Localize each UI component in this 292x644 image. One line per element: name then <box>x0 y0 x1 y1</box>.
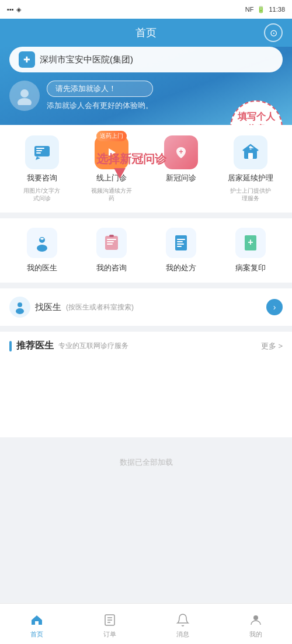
svg-point-28 <box>18 302 22 307</box>
medical-record-icon-wrap: + <box>235 228 266 258</box>
svg-point-1 <box>18 98 32 105</box>
my-consult-name: 我的咨询 <box>96 263 127 273</box>
time-display: 11:38 <box>269 6 285 13</box>
service-item-home-care[interactable]: + 居家延续护理 护士上门提供护理服务 <box>218 135 283 202</box>
service-item-consult[interactable]: 我要咨询 用图片/文字方式问诊 <box>9 135 74 202</box>
svg-point-0 <box>20 89 29 98</box>
search-doctor-arrow[interactable]: › <box>266 299 283 315</box>
svg-rect-22 <box>177 239 185 240</box>
quick-medical-record[interactable]: + 病案复印 <box>218 228 283 273</box>
quick-my-doctor[interactable]: 我的医生 <box>9 228 74 273</box>
my-doctor-name: 我的医生 <box>27 263 57 273</box>
recommend-content <box>9 359 283 429</box>
svg-point-29 <box>16 308 24 314</box>
recommend-more[interactable]: 更多 > <box>261 341 283 351</box>
wifi-icon: ◈ <box>16 6 21 13</box>
svg-rect-17 <box>107 239 116 240</box>
svg-rect-20 <box>109 235 114 237</box>
svg-rect-24 <box>177 243 184 245</box>
svg-rect-19 <box>107 243 113 245</box>
my-doctor-icon-wrap <box>27 228 57 258</box>
recommend-subtitle: 专业的互联网诊疗服务 <box>58 341 128 351</box>
messages-nav-icon <box>175 612 190 628</box>
covid-icon: + <box>171 142 191 162</box>
covid-annotation: 选择新冠问诊 <box>96 151 166 179</box>
svg-rect-21 <box>175 235 187 250</box>
nav-home[interactable]: 首页 <box>0 609 73 639</box>
svg-text:+: + <box>249 147 252 152</box>
search-doctor-section[interactable]: 找医生 (按医生或者科室搜索) › <box>0 288 292 326</box>
consult-icon <box>32 142 52 162</box>
status-left: ▪▪▪ ◈ <box>7 6 21 13</box>
nav-messages[interactable]: 消息 <box>146 609 219 639</box>
orders-nav-icon <box>102 612 117 628</box>
svg-rect-9 <box>248 153 253 159</box>
svg-rect-2 <box>34 146 50 156</box>
signal-icon: ▪▪▪ <box>7 6 14 13</box>
header-section: ✚ 深圳市宝安中医院(集团) 请先添加就诊人！ 添加就诊人会有更好的体验哟。 填… <box>0 47 292 125</box>
hospital-bar[interactable]: ✚ 深圳市宝安中医院(集团) <box>9 47 283 72</box>
medical-record-name: 病案复印 <box>235 263 266 273</box>
home-care-icon-wrap: + <box>234 135 267 169</box>
find-doctor-icon <box>9 297 30 318</box>
home-nav-icon <box>29 612 44 628</box>
data-loaded-text: 数据已全部加载 <box>0 443 292 482</box>
recommend-title: 推荐医生 <box>16 340 54 352</box>
medical-record-icon: + <box>242 234 259 252</box>
scan-icon[interactable]: ⊙ <box>264 23 283 42</box>
hospital-name: 深圳市宝安中医院(集团) <box>40 54 133 65</box>
page-title: 首页 <box>135 26 157 40</box>
consult-icon-wrap <box>25 135 59 169</box>
consult-desc: 用图片/文字方式问诊 <box>23 187 60 202</box>
svg-point-34 <box>253 615 258 620</box>
home-care-name: 居家延续护理 <box>228 173 273 183</box>
search-doctor-label: 找医生 <box>35 302 61 313</box>
svg-rect-25 <box>177 246 182 247</box>
bottom-nav: 首页 订单 消息 我的 <box>0 603 292 644</box>
doctor-search-icon <box>13 300 27 314</box>
online-clinic-desc: 视频沟通续方开药 <box>91 187 132 202</box>
quick-my-prescription[interactable]: 我的处方 <box>148 228 213 273</box>
svg-text:+: + <box>179 148 183 156</box>
avatar-icon <box>15 86 34 105</box>
svg-rect-18 <box>107 241 114 242</box>
recommend-bar <box>9 341 12 351</box>
annotation-arrow <box>114 168 126 179</box>
nav-mine[interactable]: 我的 <box>219 609 292 639</box>
nav-orders[interactable]: 订单 <box>73 609 146 639</box>
recommend-section: 推荐医生 专业的互联网诊疗服务 更多 > <box>0 332 292 437</box>
home-care-icon: + <box>241 142 260 162</box>
recommend-header: 推荐医生 专业的互联网诊疗服务 更多 > <box>9 340 283 352</box>
status-bar: ▪▪▪ ◈ NF 🔋 11:38 <box>0 0 292 19</box>
svg-rect-16 <box>105 236 118 250</box>
covid-name: 新冠问诊 <box>166 173 196 183</box>
user-text: 请先添加就诊人！ 添加就诊人会有更好的体验哟。 <box>47 81 153 111</box>
svg-rect-23 <box>177 241 183 242</box>
my-doctor-icon <box>33 234 51 252</box>
quick-grid: 我的医生 我的咨询 <box>9 228 283 273</box>
my-prescription-icon-wrap <box>166 228 196 258</box>
home-care-desc: 护士上门提供护理服务 <box>230 187 271 202</box>
nav-orders-label: 订单 <box>103 630 116 639</box>
svg-text:+: + <box>248 237 253 247</box>
top-nav: 首页 ⊙ <box>0 19 292 47</box>
recommend-left: 推荐医生 专业的互联网诊疗服务 <box>9 340 128 352</box>
my-consult-icon <box>103 234 120 252</box>
covid-icon-wrap: + <box>164 135 198 169</box>
svg-rect-4 <box>36 150 42 151</box>
annotation-text: 选择新冠问诊 <box>96 151 166 167</box>
my-consult-icon-wrap <box>96 228 127 258</box>
my-prescription-name: 我的处方 <box>166 263 196 273</box>
search-doctor-hint: (按医生或者科室搜索) <box>66 302 134 312</box>
battery-icon: 🔋 <box>257 6 265 13</box>
svg-rect-3 <box>36 148 44 149</box>
services-section: 我要咨询 用图片/文字方式问诊 送药上门 线上门诊 视频沟通续方开药 + 新冠问 <box>0 125 292 213</box>
search-doctor-left: 找医生 (按医生或者科室搜索) <box>9 297 259 318</box>
nav-messages-label: 消息 <box>176 630 189 639</box>
add-patient-hint: 添加就诊人会有更好的体验哟。 <box>47 100 153 111</box>
svg-rect-5 <box>36 152 41 154</box>
quick-my-consult[interactable]: 我的咨询 <box>79 228 144 273</box>
my-prescription-icon <box>172 234 190 252</box>
svg-point-13 <box>37 245 47 252</box>
add-patient-button[interactable]: 请先添加就诊人！ <box>47 81 153 97</box>
